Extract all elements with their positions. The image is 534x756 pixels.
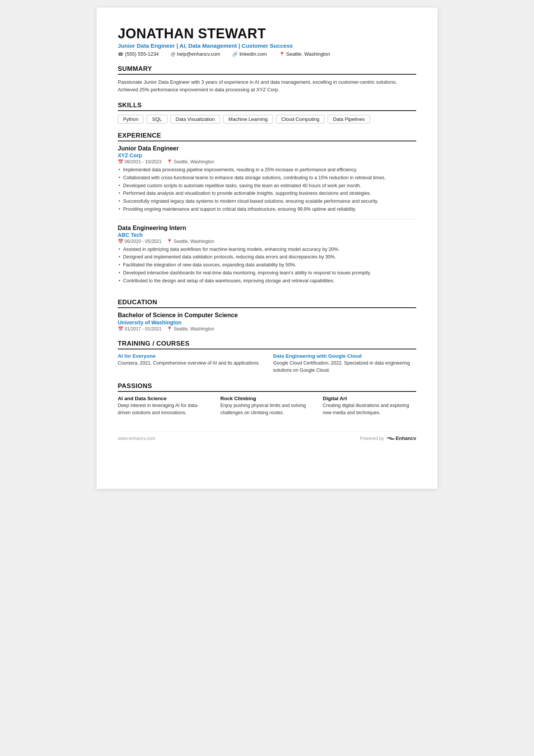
exp-bullet: Performed data analysis and visualizatio…: [118, 190, 416, 197]
exp-dates: 06/2021 - 10/2023: [125, 159, 161, 164]
location-icon: 📍: [279, 52, 285, 57]
course-title: Data Engineering with Google Cloud: [273, 353, 416, 359]
passion-desc: Creating digital illustrations and explo…: [323, 402, 416, 416]
email-icon: @: [171, 52, 175, 57]
course-item: Data Engineering with Google CloudGoogle…: [273, 353, 416, 374]
linkedin-icon: 🔗: [232, 52, 238, 57]
passion-title: AI and Data Science: [118, 396, 211, 401]
full-name: JONATHAN STEWART: [118, 26, 416, 42]
exp-meta: 📅06/2020 - 05/2021📍Seattle, Washington: [118, 239, 416, 244]
edu-calendar-icon: 📅: [118, 326, 123, 332]
footer-brand: Powered by Enhancv: [360, 435, 416, 441]
edu-location: Seattle, Washington: [173, 326, 214, 332]
contact-row: ☎ (555) 555-1234 @ help@enhancv.com 🔗 li…: [118, 51, 416, 57]
exp-bullet: Assisted in optimizing data workflows fo…: [118, 246, 416, 253]
powered-by-text: Powered by: [360, 436, 384, 441]
experience-entries: Junior Data EngineerXYZ Corp📅06/2021 - 1…: [118, 145, 416, 290]
skill-tag: Python: [118, 115, 144, 124]
location-item: 📍 Seattle, Washington: [279, 51, 330, 57]
passion-title: Digital Art: [323, 396, 416, 401]
exp-bullet: Developed custom scripts to automate rep…: [118, 182, 416, 189]
exp-dates-item: 📅06/2021 - 10/2023: [118, 159, 161, 164]
course-desc: Google Cloud Certification, 2022. Specia…: [273, 360, 416, 374]
calendar-icon: 📅: [118, 159, 123, 164]
summary-text: Passionate Junior Data Engineer with 3 y…: [118, 78, 416, 93]
skills-section: SKILLS PythonSQLData VisualizationMachin…: [118, 102, 416, 124]
enhancv-logo: Enhancv: [386, 435, 416, 441]
exp-location: Seattle, Washington: [173, 159, 214, 164]
summary-title: SUMMARY: [118, 65, 416, 75]
edu-dates: 01/2017 - 01/2021: [125, 326, 161, 332]
training-title: TRAINING / COURSES: [118, 340, 416, 349]
location-icon: 📍: [167, 159, 172, 164]
courses-grid: AI for EveryoneCoursera, 2021. Comprehen…: [118, 353, 416, 374]
exp-role: Data Engineering Intern: [118, 225, 416, 232]
summary-section: SUMMARY Passionate Junior Data Engineer …: [118, 65, 416, 93]
training-section: TRAINING / COURSES AI for EveryoneCourse…: [118, 340, 416, 374]
phone-icon: ☎: [118, 52, 123, 57]
skill-tag: Machine Learning: [223, 115, 273, 124]
exp-bullet: Providing ongoing maintenance and suppor…: [118, 206, 416, 213]
skill-tag: Cloud Computing: [276, 115, 325, 124]
exp-dates-item: 📅06/2020 - 05/2021: [118, 239, 161, 244]
exp-location-item: 📍Seattle, Washington: [167, 239, 214, 244]
calendar-icon: 📅: [118, 239, 123, 244]
resume-page: JONATHAN STEWART Junior Data Engineer | …: [97, 8, 437, 489]
skills-row: PythonSQLData VisualizationMachine Learn…: [118, 115, 416, 124]
edu-degree: Bachelor of Science in Computer Science: [118, 312, 416, 319]
exp-bullet: Facilitated the integration of new data …: [118, 261, 416, 269]
passions-title: PASSIONS: [118, 382, 416, 392]
exp-bullet: Implemented data processing pipeline imp…: [118, 166, 416, 174]
experience-section: EXPERIENCE Junior Data EngineerXYZ Corp📅…: [118, 132, 416, 290]
exp-bullet: Designed and implemented data validation…: [118, 254, 416, 261]
edu-meta: 📅 01/2017 - 01/2021 📍 Seattle, Washingto…: [118, 326, 416, 332]
skill-tag: Data Pipelines: [328, 115, 370, 124]
linkedin-text: linkedin.com: [239, 51, 267, 57]
exp-bullets: Implemented data processing pipeline imp…: [118, 166, 416, 213]
education-section: EDUCATION Bachelor of Science in Compute…: [118, 299, 416, 332]
exp-bullet: Contributed to the design and setup of d…: [118, 277, 416, 285]
email-item: @ help@enhancv.com: [171, 51, 220, 57]
exp-bullet: Collaborated with cross-functional teams…: [118, 174, 416, 182]
linkedin-item: 🔗 linkedin.com: [232, 51, 267, 57]
exp-location-item: 📍Seattle, Washington: [167, 159, 214, 164]
experience-entry: Data Engineering InternABC Tech📅06/2020 …: [118, 225, 416, 291]
skill-tag: SQL: [147, 115, 167, 124]
skills-title: SKILLS: [118, 102, 416, 111]
edu-location-item: 📍 Seattle, Washington: [167, 326, 214, 332]
passions-grid: AI and Data ScienceDeep interest in leve…: [118, 396, 416, 416]
footer-website: www.enhancv.com: [118, 436, 155, 441]
exp-bullet: Successfully migrated legacy data system…: [118, 198, 416, 205]
edu-location-icon: 📍: [167, 326, 172, 332]
passion-item: AI and Data ScienceDeep interest in leve…: [118, 396, 211, 416]
passion-title: Rock Climbing: [220, 396, 314, 401]
course-title: AI for Everyone: [118, 353, 261, 359]
course-desc: Coursera, 2021. Comprehensive overview o…: [118, 360, 261, 367]
edu-dates-item: 📅 01/2017 - 01/2021: [118, 326, 161, 332]
exp-company: ABC Tech: [118, 232, 416, 238]
education-title: EDUCATION: [118, 299, 416, 308]
passion-desc: Enjoy pushing physical limits and solvin…: [220, 402, 314, 416]
footer: www.enhancv.com Powered by Enhancv: [118, 431, 416, 441]
phone-item: ☎ (555) 555-1234: [118, 51, 159, 57]
exp-location: Seattle, Washington: [173, 239, 214, 244]
header: JONATHAN STEWART Junior Data Engineer | …: [118, 26, 416, 57]
skill-tag: Data Visualization: [170, 115, 220, 124]
passions-section: PASSIONS AI and Data ScienceDeep interes…: [118, 382, 416, 416]
passion-desc: Deep interest in leveraging AI for data-…: [118, 402, 211, 416]
passion-item: Digital ArtCreating digital illustration…: [323, 396, 416, 416]
exp-company: XYZ Corp: [118, 152, 416, 158]
location-text: Seattle, Washington: [286, 51, 330, 57]
experience-title: EXPERIENCE: [118, 132, 416, 141]
edu-school: University of Washington: [118, 319, 416, 326]
exp-bullet: Developed interactive dashboards for rea…: [118, 269, 416, 277]
exp-role: Junior Data Engineer: [118, 145, 416, 152]
phone-text: (555) 555-1234: [125, 51, 159, 57]
passion-item: Rock ClimbingEnjoy pushing physical limi…: [220, 396, 314, 416]
experience-entry: Junior Data EngineerXYZ Corp📅06/2021 - 1…: [118, 145, 416, 219]
course-item: AI for EveryoneCoursera, 2021. Comprehen…: [118, 353, 261, 374]
exp-dates: 06/2020 - 05/2021: [125, 239, 161, 244]
exp-meta: 📅06/2021 - 10/2023📍Seattle, Washington: [118, 159, 416, 164]
email-text: help@enhancv.com: [177, 51, 220, 57]
brand-name: Enhancv: [396, 435, 416, 441]
